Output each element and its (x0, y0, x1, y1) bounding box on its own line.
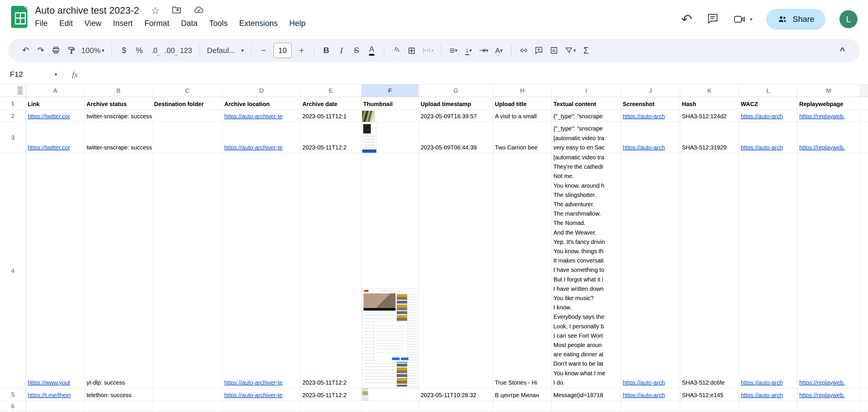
cell-M6[interactable] (798, 401, 860, 412)
cell-F2[interactable] (362, 110, 419, 122)
cell-H1[interactable]: Upload title (493, 97, 552, 110)
format-percent-button[interactable]: % (132, 42, 147, 59)
cell-E6[interactable] (301, 401, 362, 412)
cell-H6[interactable] (493, 401, 552, 412)
cell-link[interactable]: https://auto-arch (741, 144, 783, 151)
cell-B1[interactable]: Archive status (85, 97, 152, 110)
cell-I6[interactable] (552, 401, 621, 412)
column-header-K[interactable]: K (680, 85, 739, 97)
column-header-M[interactable]: M (798, 85, 860, 97)
cell-L1[interactable]: WACZ (739, 97, 798, 110)
column-header-B[interactable]: B (85, 85, 152, 97)
column-header-L[interactable]: L (739, 85, 798, 97)
cell-link[interactable]: https://replayweb. (799, 144, 845, 151)
cell-H3[interactable]: Two Carrion bee (493, 122, 552, 153)
insert-comment-button[interactable] (531, 42, 547, 59)
functions-button[interactable]: Σ (579, 42, 594, 59)
formula-input[interactable] (78, 65, 868, 84)
cell-D3[interactable]: https://auto-archiver-te (222, 122, 301, 153)
spreadsheet-grid[interactable]: ABCDEFGHIJKLM1LinkArchive statusDestinat… (0, 85, 868, 412)
cell-A2[interactable]: https://twitter.cor (26, 110, 85, 122)
cell-link[interactable]: https://replayweb. (799, 113, 845, 120)
column-header-A[interactable]: A (26, 85, 85, 97)
sheets-logo[interactable] (11, 6, 27, 28)
cell-L5[interactable]: https://auto-arch (739, 388, 798, 401)
cell-L4[interactable]: https://auto-arch (739, 153, 798, 388)
cell-F4[interactable] (362, 153, 419, 388)
cell-L2[interactable]: https://auto-arch (739, 110, 798, 122)
row-header-6[interactable]: 6 (0, 401, 26, 412)
cell-link[interactable]: https://twitter.cor (28, 113, 70, 120)
cell-J3[interactable]: https://auto-arch (621, 122, 680, 153)
cell-J5[interactable]: https://auto-arch (621, 388, 680, 401)
version-history-icon[interactable]: ↶ (681, 12, 692, 26)
decrease-font-size-button[interactable]: − (256, 42, 271, 59)
meet-caret-icon[interactable]: ▾ (750, 17, 753, 22)
cell-G4[interactable] (419, 153, 493, 388)
cell-C5[interactable] (152, 388, 222, 401)
column-header-D[interactable]: D (222, 85, 301, 97)
cell-link[interactable]: https://auto-archiver-te (224, 379, 282, 386)
cell-link[interactable]: https://auto-archiver-te (224, 113, 282, 120)
cell-C3[interactable] (152, 122, 222, 153)
cell-A3[interactable]: https://twitter.cor (26, 122, 85, 153)
cell-A5[interactable]: https://t.me/thein (26, 388, 85, 401)
cell-M5[interactable]: https://replayweb. (798, 388, 860, 401)
star-icon[interactable]: ☆ (151, 5, 160, 16)
strikethrough-button[interactable]: S (349, 42, 364, 59)
more-formats-button[interactable]: 123 (177, 42, 195, 59)
cell-B2[interactable]: twitter-snscrape: success (85, 110, 152, 122)
cell-B4[interactable]: yt-dlp: success (85, 153, 152, 388)
font-size-input[interactable]: 10 (274, 43, 291, 58)
vertical-align-button[interactable]: ↓ ▾ (461, 42, 476, 59)
cell-link[interactable]: https://auto-archiver-te (224, 391, 282, 399)
cell-M3[interactable]: https://replayweb. (798, 122, 860, 153)
create-filter-button[interactable]: ▾ (562, 42, 579, 59)
bold-button[interactable]: B (319, 42, 334, 59)
cell-link[interactable]: https://auto-arch (623, 113, 665, 120)
row-header-5[interactable]: 5 (0, 388, 26, 401)
cell-C4[interactable] (152, 153, 222, 388)
text-color-button[interactable]: A (364, 42, 379, 59)
menu-data[interactable]: Data (181, 19, 197, 28)
cell-E5[interactable]: 2023-05-11T12:2 (301, 388, 362, 401)
cell-B6[interactable] (85, 401, 152, 412)
column-header-G[interactable]: G (419, 85, 493, 97)
cell-J1[interactable]: Screenshot (621, 97, 680, 110)
cell-E3[interactable]: 2023-05-11T12:2 (301, 122, 362, 153)
paint-format-button[interactable] (63, 42, 79, 59)
cell-link[interactable]: https://auto-arch (623, 391, 665, 399)
select-all-corner[interactable] (0, 85, 26, 97)
cell-A4[interactable]: https://www.yout (26, 153, 85, 388)
print-button[interactable] (48, 42, 63, 59)
column-header-C[interactable]: C (152, 85, 222, 97)
cell-H4[interactable]: True Stories - Hi (493, 153, 552, 388)
cell-C2[interactable] (152, 110, 222, 122)
cell-link[interactable]: https://twitter.cor (28, 144, 70, 151)
cell-K5[interactable]: SHA3-512:e145 (680, 388, 739, 401)
cell-F3[interactable] (362, 122, 419, 153)
menu-file[interactable]: File (35, 19, 48, 28)
cloud-status-icon[interactable] (193, 5, 204, 16)
cell-I4[interactable]: [automatic video tra They're the cathedr… (552, 153, 621, 388)
cell-A6[interactable] (26, 401, 85, 412)
menu-insert[interactable]: Insert (113, 19, 133, 28)
cell-E4[interactable]: 2023-05-11T12:2 (301, 153, 362, 388)
menu-help[interactable]: Help (289, 19, 306, 28)
format-currency-button[interactable]: $ (117, 42, 132, 59)
zoom-select[interactable]: 100% ▾ (79, 42, 107, 59)
cell-F6[interactable] (362, 401, 419, 412)
cell-D4[interactable]: https://auto-archiver-te (222, 153, 301, 388)
cell-J2[interactable]: https://auto-arch (621, 110, 680, 122)
comments-icon[interactable] (706, 12, 719, 26)
cell-L6[interactable] (739, 401, 798, 412)
row-header-3[interactable]: 3 (0, 122, 26, 153)
cell-A1[interactable]: Link (26, 97, 85, 110)
text-wrap-button[interactable]: ⇥ ▾ (476, 42, 491, 59)
menu-view[interactable]: View (85, 19, 101, 28)
cell-link[interactable]: https://auto-arch (623, 379, 665, 386)
cell-L3[interactable]: https://auto-arch (739, 122, 798, 153)
borders-button[interactable]: ⊞ (404, 42, 419, 59)
cell-K3[interactable]: SHA3-512:31929 (680, 122, 739, 153)
cell-K6[interactable] (680, 401, 739, 412)
